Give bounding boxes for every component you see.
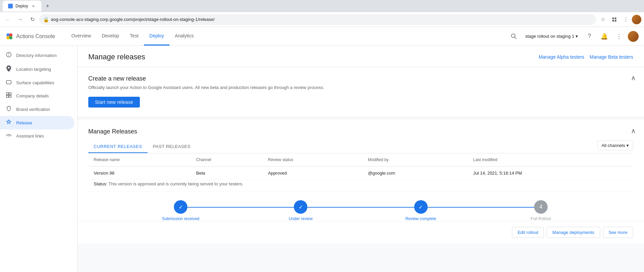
assistant-icon [5, 133, 12, 139]
step-review-complete: ✓ Review complete [361, 200, 481, 221]
channel-filter-dropdown[interactable]: All channels ▾ [597, 141, 633, 150]
step-1-label: Submission received [162, 216, 200, 221]
main-panel: Manage releases Manage Alpha testers Man… [78, 46, 644, 272]
extensions-button[interactable] [609, 14, 620, 25]
step-2-label: Under review [289, 216, 313, 221]
step-submission-received: ✓ Submission received [121, 200, 241, 221]
brand-icon [5, 106, 12, 113]
main-nav: Overview Develop Test Deploy Analytics [66, 27, 508, 46]
surface-icon [5, 80, 12, 86]
action-buttons-bar: Edit rollout Manage deployments See more [78, 221, 644, 243]
manage-section-collapse-button[interactable]: ∧ [631, 127, 636, 135]
sidebar-item-assistant[interactable]: Assistant links [0, 129, 74, 142]
sidebar-item-brand[interactable]: Brand verification [0, 102, 74, 116]
tab-past-releases[interactable]: PAST RELEASES [148, 141, 196, 153]
start-new-release-button[interactable]: Start new release [88, 97, 140, 108]
cell-channel: Beta [191, 167, 263, 180]
svg-rect-3 [612, 20, 614, 22]
user-profile-avatar[interactable] [632, 15, 641, 24]
sidebar-item-location[interactable]: Location targeting [0, 62, 74, 76]
cell-last-modified: Jul 14, 2021, 5:16:14 PM [468, 167, 633, 180]
tab-title: Deploy [16, 4, 28, 8]
user-avatar[interactable] [628, 31, 639, 42]
nav-develop[interactable]: Develop [96, 27, 124, 46]
releases-tabs: CURRENT RELEASES PAST RELEASES [88, 141, 196, 153]
nav-analytics[interactable]: Analytics [170, 27, 199, 46]
project-selector[interactable]: stage rollout on staging 1 ▾ [523, 32, 581, 40]
col-release-name: Release name [88, 153, 191, 167]
sidebar-item-release[interactable]: Release [0, 116, 74, 129]
manage-deployments-button[interactable]: Manage deployments [547, 227, 600, 238]
step-under-review: ✓ Under review [241, 200, 361, 221]
svg-rect-2 [615, 18, 616, 19]
table-header-row: Release name Channel Review status Modif… [88, 153, 633, 167]
new-tab-button[interactable]: + [43, 1, 52, 11]
project-name: stage rollout on staging 1 [525, 34, 574, 39]
channel-filter-arrow-icon: ▾ [626, 143, 629, 148]
nav-test[interactable]: Test [124, 27, 144, 46]
company-icon [5, 92, 12, 99]
manage-releases-title: Manage Releases [88, 128, 633, 135]
nav-overview[interactable]: Overview [66, 27, 96, 46]
manage-beta-testers-link[interactable]: Manage Beta testers [590, 54, 633, 60]
cell-modified-by: @google.com [363, 167, 468, 180]
svg-rect-16 [9, 93, 11, 95]
reload-button[interactable]: ↻ [27, 14, 38, 25]
back-button[interactable]: ← [3, 14, 13, 25]
sidebar-label-release: Release [16, 120, 32, 125]
status-message: This version is approved and is currentl… [109, 181, 243, 186]
progress-stepper-container: ✓ Submission received ✓ Under review ✓ R… [88, 192, 633, 221]
svg-rect-18 [9, 95, 11, 97]
create-section-collapse-button[interactable]: ∧ [631, 74, 636, 82]
step-4-label: Full Rollout [531, 216, 551, 221]
manage-releases-section: ∧ Manage Releases CURRENT RELEASES PAST … [78, 120, 644, 221]
edit-rollout-button[interactable]: Edit rollout [512, 227, 544, 238]
search-button[interactable] [508, 30, 520, 42]
app-logo[interactable]: Actions Console [5, 32, 55, 40]
page-title-actions: Manage Alpha testers Manage Beta testers [539, 54, 633, 60]
directory-icon [5, 52, 12, 59]
tab-favicon [8, 4, 13, 8]
sidebar-item-surface[interactable]: Surface capabilities [0, 76, 74, 89]
address-bar[interactable]: 🔒 aog-console-acs-staging.corp.google.co… [39, 14, 596, 25]
tab-current-releases[interactable]: CURRENT RELEASES [88, 141, 148, 153]
dropdown-arrow-icon: ▾ [576, 34, 578, 39]
svg-point-0 [9, 4, 12, 8]
chrome-menu-button[interactable]: ⋮ [620, 14, 631, 25]
manage-alpha-testers-link[interactable]: Manage Alpha testers [539, 54, 584, 60]
status-label: Status: [94, 181, 107, 186]
create-section-desc: Officially launch your Action to Google … [88, 85, 633, 90]
releases-table: Release name Channel Review status Modif… [88, 153, 633, 192]
svg-point-8 [9, 36, 12, 39]
release-icon [5, 119, 12, 126]
content-area: Directory information Location targeting… [0, 46, 644, 272]
see-more-button[interactable]: See more [603, 227, 633, 238]
forward-button[interactable]: → [15, 14, 26, 25]
help-button[interactable]: ? [583, 30, 595, 42]
status-row: Status: This version is approved and is … [88, 180, 633, 192]
progress-stepper: ✓ Submission received ✓ Under review ✓ R… [121, 200, 601, 221]
more-options-button[interactable]: ⋮ [613, 30, 625, 42]
svg-rect-15 [6, 93, 8, 95]
browser-tab[interactable]: Deploy ✕ [3, 1, 41, 11]
location-icon [5, 65, 12, 73]
notifications-button[interactable]: 🔔 [598, 30, 610, 42]
table-row[interactable]: Version 98 Beta Approved @google.com Jul… [88, 167, 633, 180]
sidebar-label-brand: Brand verification [16, 107, 50, 112]
sidebar-item-company[interactable]: Company details [0, 89, 74, 102]
bookmark-button[interactable]: ☆ [597, 14, 608, 25]
svg-rect-14 [6, 81, 11, 84]
svg-rect-4 [615, 20, 616, 22]
sidebar-item-directory[interactable]: Directory information [0, 49, 74, 62]
step-1-circle: ✓ [174, 200, 187, 214]
page-title-text: Manage releases [88, 53, 145, 61]
create-section-title: Create a new release [88, 75, 633, 82]
cell-release-name: Version 98 [88, 167, 191, 180]
app-title: Actions Console [16, 33, 55, 39]
svg-rect-1 [612, 18, 614, 19]
nav-deploy[interactable]: Deploy [144, 27, 170, 46]
tab-close-button[interactable]: ✕ [31, 3, 36, 9]
step-3-circle: ✓ [414, 200, 428, 214]
step-2-circle: ✓ [294, 200, 307, 214]
svg-line-10 [515, 37, 516, 39]
